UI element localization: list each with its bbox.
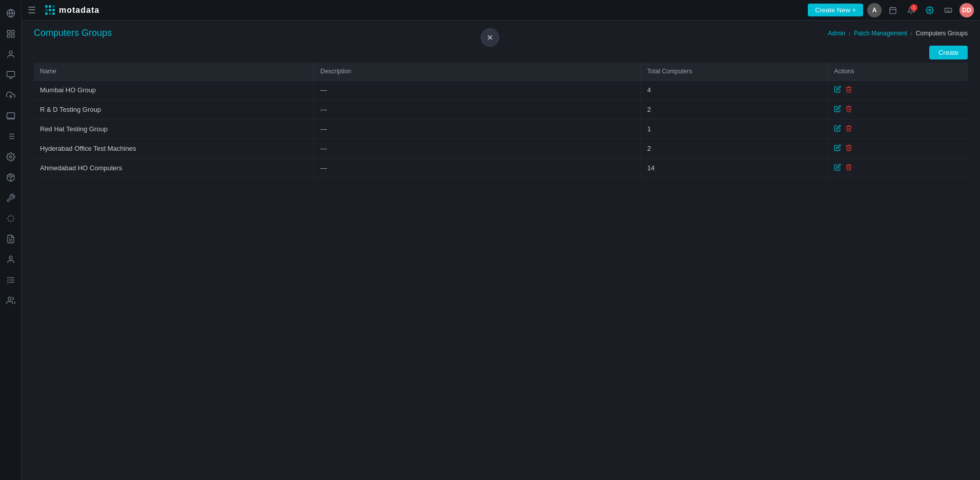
logo-dot-7: [45, 12, 48, 15]
topnav-left: ☰ motadata: [28, 5, 99, 16]
col-header-name: Name: [34, 63, 314, 81]
delete-icon[interactable]: [845, 164, 852, 172]
cell-actions: [828, 139, 968, 158]
sidebar-icon-report[interactable]: [2, 230, 20, 248]
edit-icon[interactable]: [834, 86, 841, 94]
breadcrumb-current: Computers Groups: [916, 30, 968, 37]
page-header: Computers Groups Admin › Patch Managemen…: [22, 21, 980, 43]
sidebar-icon-monitor[interactable]: [2, 66, 20, 84]
keyboard-button[interactable]: [941, 3, 955, 17]
sidebar: [0, 0, 22, 480]
cell-total: 1: [641, 119, 827, 139]
sidebar-icon-package[interactable]: [2, 168, 20, 187]
cell-description: ---: [314, 158, 641, 178]
logo-text: motadata: [59, 6, 99, 15]
logo-dot-1: [45, 5, 48, 8]
svg-rect-2: [7, 30, 10, 33]
sidebar-icon-team[interactable]: [2, 291, 20, 310]
main-content: Computers Groups Admin › Patch Managemen…: [22, 21, 980, 480]
svg-point-36: [8, 297, 11, 300]
calendar-button[interactable]: [886, 3, 900, 17]
table-row: R & D Testing Group---2: [34, 100, 968, 119]
create-new-button[interactable]: Create New +: [808, 4, 863, 16]
svg-rect-11: [7, 113, 14, 118]
breadcrumb-sep-1: ›: [848, 29, 851, 37]
toolbar-row: Create: [22, 43, 980, 63]
notification-button[interactable]: 1: [904, 3, 918, 17]
close-button[interactable]: [481, 28, 499, 47]
logo-dot-8: [49, 12, 51, 15]
sidebar-icon-globe[interactable]: [2, 4, 20, 23]
topnav: ☰ motadata: [22, 0, 980, 21]
cell-name: Red Hat Testing Group: [34, 119, 314, 139]
breadcrumb: Admin › Patch Management › Computers Gro…: [828, 29, 968, 37]
svg-line-25: [12, 220, 13, 221]
avatar-dd-button[interactable]: DD: [959, 3, 974, 17]
table-row: Red Hat Testing Group---1: [34, 119, 968, 139]
svg-line-20: [9, 174, 12, 176]
cell-description: ---: [314, 100, 641, 119]
cell-actions: [828, 81, 968, 100]
table-row: Mumbai HO Group---4: [34, 81, 968, 100]
cell-actions: [828, 100, 968, 119]
cell-total: 14: [641, 158, 827, 178]
sidebar-icon-settings[interactable]: [2, 148, 20, 166]
create-button[interactable]: Create: [929, 46, 968, 59]
svg-rect-4: [7, 35, 10, 37]
logo-area: motadata: [45, 5, 99, 15]
action-icons: [834, 164, 962, 172]
sidebar-icon-build[interactable]: [2, 189, 20, 207]
svg-line-28: [8, 220, 9, 221]
svg-line-24: [8, 216, 9, 217]
page-title: Computers Groups: [34, 28, 112, 38]
delete-icon[interactable]: [845, 86, 852, 94]
cell-name: Hyderabad Office Test Machines: [34, 139, 314, 158]
action-icons: [834, 105, 962, 114]
cell-name: Mumbai HO Group: [34, 81, 314, 100]
svg-rect-3: [11, 30, 14, 33]
breadcrumb-patch-management[interactable]: Patch Management: [854, 30, 907, 37]
delete-icon[interactable]: [845, 105, 852, 114]
logo-dot-9: [52, 12, 55, 15]
notification-badge: 1: [910, 4, 917, 11]
cell-name: Ahmedabad HO Computers: [34, 158, 314, 178]
svg-point-41: [929, 9, 931, 11]
col-header-description: Description: [314, 63, 641, 81]
cell-name: R & D Testing Group: [34, 100, 314, 119]
sidebar-icon-laptop[interactable]: [2, 107, 20, 125]
cell-description: ---: [314, 81, 641, 100]
sidebar-icon-user[interactable]: [2, 45, 20, 64]
logo-dot-5: [49, 9, 51, 11]
sidebar-icon-upload[interactable]: [2, 86, 20, 105]
logo-dot-6: [52, 9, 55, 11]
topnav-right: Create New + A 1 DD: [808, 3, 974, 17]
sidebar-icon-person[interactable]: [2, 250, 20, 269]
sidebar-icon-bulb[interactable]: [2, 209, 20, 228]
delete-icon[interactable]: [845, 144, 852, 153]
table-row: Hyderabad Office Test Machines---2: [34, 139, 968, 158]
avatar-a-button[interactable]: A: [867, 3, 882, 17]
edit-icon[interactable]: [834, 144, 841, 153]
sidebar-icon-grid[interactable]: [2, 25, 20, 43]
action-icons: [834, 144, 962, 153]
svg-point-19: [9, 156, 12, 158]
table-header-row: Name Description Total Computers Actions: [34, 63, 968, 81]
table-container: Name Description Total Computers Actions…: [22, 63, 980, 480]
svg-rect-37: [890, 7, 896, 13]
cell-actions: [828, 119, 968, 139]
col-header-total: Total Computers: [641, 63, 827, 81]
edit-icon[interactable]: [834, 164, 841, 172]
edit-icon[interactable]: [834, 105, 841, 114]
sidebar-icon-tasks[interactable]: [2, 271, 20, 289]
cell-total: 2: [641, 139, 827, 158]
gear-button[interactable]: [923, 3, 937, 17]
sidebar-icon-list[interactable]: [2, 127, 20, 146]
edit-icon[interactable]: [834, 125, 841, 133]
svg-rect-42: [945, 8, 951, 12]
breadcrumb-admin[interactable]: Admin: [828, 30, 845, 37]
hamburger-icon[interactable]: ☰: [28, 5, 36, 16]
col-header-actions: Actions: [828, 63, 968, 81]
delete-icon[interactable]: [845, 125, 852, 133]
svg-point-32: [9, 256, 12, 259]
logo-dots: [45, 5, 55, 15]
